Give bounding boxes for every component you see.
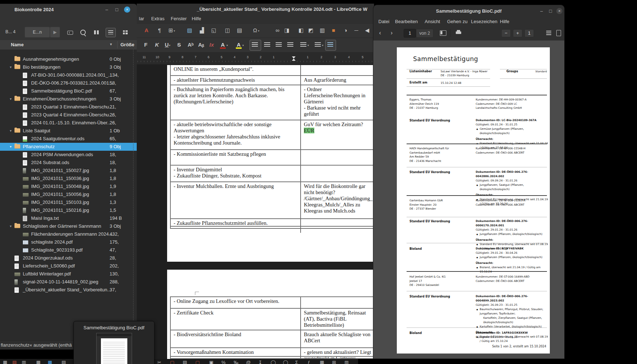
- file-row[interactable]: 2024 Substrat.ods18,: [0, 159, 137, 167]
- table-cell-left[interactable]: - Buchhaltung in Papierform zugänglich m…: [174, 85, 295, 121]
- bottom-toolbar-icon[interactable]: @: [246, 360, 251, 364]
- menu-item[interactable]: Fenster: [171, 16, 187, 21]
- horizontal-line-icon[interactable]: ─: [353, 26, 360, 34]
- file-row[interactable]: Schlagliste_9023193.pdf47,: [0, 246, 137, 254]
- dropdown-arrow-icon[interactable]: ▾: [226, 44, 228, 47]
- file-row[interactable]: IMG_20241011_150056.jpg1,8: [0, 190, 137, 198]
- table-cell-left[interactable]: - aktuelle betriebswirtschaftliche oder …: [174, 120, 295, 150]
- table-cell-left[interactable]: - Inventur Mulchballen. Ernte und Ausbri…: [174, 182, 295, 219]
- bottom-toolbar-icon[interactable]: ▣: [209, 360, 213, 364]
- bottom-toolbar-icon[interactable]: ⊞: [332, 360, 336, 364]
- table-cell-right[interactable]: Sammelbestätigung, Reinsaat(AT), Bactiva…: [300, 309, 374, 331]
- window-preview-popup[interactable]: Sammelbestätigung BioC.pdf: [73, 321, 154, 364]
- justify-icon[interactable]: [287, 42, 293, 47]
- expander-icon[interactable]: ▾: [10, 143, 12, 151]
- bottom-toolbar-icon[interactable]: ◯: [271, 360, 276, 364]
- dropdown-arrow-icon[interactable]: ▾: [174, 29, 175, 33]
- file-row[interactable]: _Übersicht_aktueller Stand_ Vorbereitun.…: [0, 286, 137, 294]
- maximize-icon[interactable]: □: [113, 7, 120, 13]
- file-row[interactable]: ▾EinnahmenÜberschussrechnungen3 Obj: [0, 95, 137, 103]
- bookmark-icon[interactable]: ◩: [307, 26, 314, 34]
- menu-item[interactable]: Bearbeiten: [395, 19, 418, 24]
- bottom-toolbar-icon[interactable]: ▢: [195, 360, 200, 364]
- bottom-toolbar-icon[interactable]: ✂: [157, 360, 161, 364]
- dropdown-arrow-icon[interactable]: ▾: [242, 44, 244, 47]
- table-cell-right[interactable]: Brauch aktuelle Schlagliste vonABCert: [300, 330, 374, 348]
- file-row[interactable]: Lieferschein_LS0060.pdf202,: [0, 262, 137, 270]
- bottom-toolbar-icon[interactable]: ▤: [183, 360, 187, 364]
- text-frame-icon[interactable]: ◱: [210, 26, 217, 34]
- table-cell-right[interactable]: [300, 65, 374, 76]
- file-row[interactable]: IMG_20241011_150216.jpg1,5: [0, 206, 137, 214]
- expander-icon[interactable]: ▾: [10, 63, 12, 71]
- menu-item[interactable]: Hilfe: [192, 16, 201, 21]
- column-header-size[interactable]: Größe: [120, 42, 134, 47]
- file-row[interactable]: ▾Pflanzenschutz9 Obj: [0, 143, 137, 151]
- insert-table-icon[interactable]: ⊞: [167, 26, 174, 34]
- file-row[interactable]: 2024 Saatgutinventur.ods65,: [0, 135, 137, 143]
- breadcrumb-button[interactable]: E...n: [25, 27, 50, 38]
- file-row[interactable]: DE-ÖKO-006.276-0033821.2024.001...58,: [0, 79, 137, 87]
- table-cell-right[interactable]: - OrdnerLieferscheine/Rechnungen inGärtn…: [300, 85, 374, 121]
- track-changes-icon[interactable]: ◑: [342, 26, 349, 34]
- menu-item[interactable]: lar: [139, 16, 144, 21]
- expander-icon[interactable]: ▾: [10, 222, 12, 230]
- forward-button[interactable]: ▶: [50, 27, 60, 38]
- file-row[interactable]: IMG_20241011_150048.jpg1,9: [0, 183, 137, 190]
- compact-view-icon[interactable]: [123, 30, 128, 34]
- column-divider[interactable]: [117, 41, 118, 48]
- clear-formatting-button[interactable]: Ix: [208, 41, 215, 49]
- file-row[interactable]: Luftbild Winterlager.pdf130,: [0, 270, 137, 278]
- file-row[interactable]: Sammelbestätigung BioC.pdf67,: [0, 87, 137, 95]
- bottom-toolbar-icon[interactable]: ▢: [170, 360, 174, 364]
- align-left-icon[interactable]: [252, 42, 258, 47]
- bottom-toolbar-icon[interactable]: Σ: [295, 360, 298, 364]
- file-row[interactable]: 2024 Düngerzukauf.ods28,: [0, 254, 137, 262]
- continuous-view-icon[interactable]: [546, 31, 551, 35]
- taskbar-grid-icon[interactable]: ▦: [48, 360, 52, 364]
- close-icon[interactable]: ×: [124, 7, 130, 13]
- bottom-toolbar-icon[interactable]: ƒ: [307, 360, 310, 364]
- document-page-2[interactable]: - Online Zugang zu Lexoffice vor Ort vor…: [167, 270, 374, 359]
- align-center-icon[interactable]: [264, 42, 270, 47]
- file-row[interactable]: ▾Bio bestätigungen3 Obj: [0, 63, 137, 71]
- table-cell-right[interactable]: GuV für welchen Zeitraum?EÜR: [300, 120, 374, 150]
- bottom-toolbar-icon[interactable]: %: [221, 360, 226, 364]
- superscript-button[interactable]: Aᵇ: [187, 41, 194, 49]
- formatting-marks-icon[interactable]: ¶: [156, 26, 163, 34]
- insert-section-icon[interactable]: ▤: [236, 26, 243, 34]
- bottom-toolbar-icon[interactable]: ‰: [234, 360, 238, 364]
- file-row[interactable]: ▾Liste Saatgut1 Ob: [0, 127, 137, 135]
- close-icon[interactable]: ×: [556, 8, 562, 14]
- endnote-icon[interactable]: ◧: [297, 26, 305, 34]
- zoom-reset-button[interactable]: 1: [525, 29, 534, 37]
- bottom-toolbar-icon[interactable]: ▥: [344, 360, 349, 364]
- maximize-icon[interactable]: □: [547, 8, 554, 14]
- formatting-marks-toggle-icon[interactable]: [327, 42, 333, 47]
- strikethrough-button[interactable]: S: [175, 41, 183, 49]
- taskbar-grid-icon[interactable]: ▤: [61, 360, 66, 364]
- taskbar-grid-icon[interactable]: ▥: [22, 360, 26, 364]
- comment-icon[interactable]: ■: [330, 26, 337, 34]
- menu-item[interactable]: Lesezeichen: [471, 19, 497, 24]
- table-cell-right[interactable]: [300, 150, 374, 166]
- file-row[interactable]: schlagliste 2024.pdf175,: [0, 238, 137, 246]
- hyperlink-icon[interactable]: ∞: [274, 26, 281, 34]
- page-break-icon[interactable]: ◫: [224, 26, 231, 34]
- file-row[interactable]: 2023 Quartal 4 Einnahmen-Überschu...26,: [0, 111, 137, 119]
- dropdown-arrow-icon[interactable]: ▾: [307, 44, 309, 47]
- previous-page-icon[interactable]: ‹: [379, 30, 381, 36]
- italic-button[interactable]: K: [153, 41, 161, 49]
- insert-image-icon[interactable]: ▨: [186, 26, 193, 34]
- table-cell-right[interactable]: [300, 297, 374, 309]
- column-header-name[interactable]: Name: [11, 42, 24, 47]
- horizontal-ruler[interactable]: 111098765432112345: [137, 52, 374, 64]
- cross-reference-icon[interactable]: ▥: [319, 26, 326, 34]
- fm-titlebar[interactable]: Biokontrolle 2024 – □ ×: [0, 4, 137, 16]
- bottom-toolbar-icon[interactable]: ◯: [283, 360, 288, 364]
- sidebar-toggle-icon[interactable]: [440, 30, 446, 36]
- file-row[interactable]: Maisl Inga.txt194 B: [0, 214, 137, 222]
- table-cell-left[interactable]: ONLINE in unserem „Kundenportal".: [174, 65, 295, 76]
- insert-chart-icon[interactable]: ▟: [198, 26, 205, 34]
- menu-item[interactable]: Ansicht: [425, 19, 440, 24]
